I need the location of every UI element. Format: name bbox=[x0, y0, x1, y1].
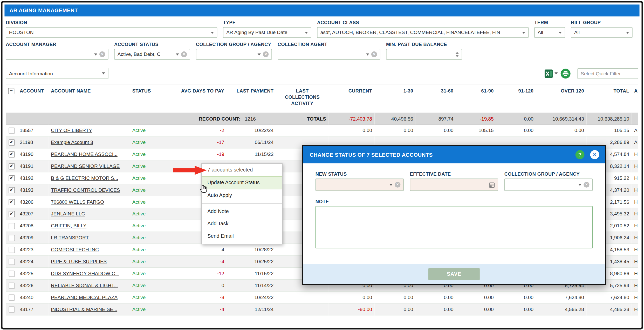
type-select[interactable]: AR Aging By Past Due Date bbox=[223, 27, 311, 38]
row-checkbox[interactable] bbox=[8, 235, 15, 241]
calendar-icon[interactable] bbox=[489, 182, 495, 188]
chevron-down-icon[interactable] bbox=[102, 72, 105, 75]
chevron-down-icon[interactable] bbox=[94, 53, 97, 55]
clear-icon[interactable] bbox=[395, 182, 400, 188]
row-checkbox[interactable] bbox=[8, 163, 15, 169]
account-name-link[interactable]: PEARLAND SENIOR VILLAGE bbox=[51, 163, 120, 169]
account-name-link[interactable]: PEARLAND HOME ASSOCI... bbox=[51, 151, 118, 157]
division-select[interactable]: HOUSTON bbox=[6, 27, 217, 38]
row-checkbox[interactable] bbox=[8, 175, 15, 181]
chevron-down-icon[interactable] bbox=[389, 184, 393, 186]
row-checkbox[interactable] bbox=[8, 306, 15, 313]
row-checkbox[interactable] bbox=[8, 187, 15, 193]
term-select[interactable]: All bbox=[534, 27, 565, 38]
account-name-link[interactable]: INDUSTRIAL & MARINE SE... bbox=[51, 306, 117, 312]
chevron-down-icon[interactable] bbox=[257, 53, 261, 55]
chevron-down-icon[interactable] bbox=[211, 31, 214, 34]
clipped-cell: H bbox=[632, 268, 638, 280]
chevron-down-icon[interactable] bbox=[559, 31, 562, 34]
row-checkbox[interactable] bbox=[8, 282, 15, 289]
account-name-link[interactable]: JENLAINE LLC bbox=[51, 211, 85, 217]
chevron-down-icon[interactable] bbox=[554, 72, 558, 75]
row-checkbox[interactable] bbox=[8, 223, 15, 229]
header-account-name[interactable]: ACCOUNT NAME bbox=[49, 84, 130, 113]
print-button[interactable] bbox=[560, 68, 571, 79]
row-checkbox[interactable] bbox=[8, 259, 15, 265]
row-checkbox[interactable] bbox=[8, 270, 15, 277]
total-1-30: 40,496.56 bbox=[375, 113, 416, 124]
header-91-120[interactable]: 91-120 bbox=[496, 84, 536, 113]
clear-icon[interactable] bbox=[181, 51, 187, 57]
chevron-down-icon[interactable] bbox=[522, 31, 525, 34]
row-checkbox[interactable] bbox=[8, 294, 15, 301]
menu-item-add-note[interactable]: Add Note bbox=[202, 205, 282, 217]
chevron-down-icon[interactable] bbox=[305, 31, 308, 34]
account-name-link[interactable]: 706800 WELLS FARGO bbox=[51, 199, 104, 205]
table-row[interactable]: 43177 INDUSTRIAL & MARINE SE... Active -… bbox=[6, 303, 638, 315]
account-name-link[interactable]: Example Account 3 bbox=[51, 140, 93, 145]
account-class-select[interactable]: asdf, AUTOCH, BROKER, CLASSTEST, COMMERC… bbox=[317, 27, 529, 38]
row-checkbox[interactable] bbox=[8, 139, 15, 146]
effective-date-input[interactable] bbox=[410, 179, 498, 191]
row-checkbox[interactable] bbox=[8, 151, 15, 157]
account-name-link[interactable]: GRIFFIN, BILLY bbox=[51, 223, 86, 229]
new-status-select[interactable] bbox=[316, 179, 404, 191]
chevron-down-icon[interactable] bbox=[626, 31, 629, 34]
clear-icon[interactable] bbox=[584, 182, 589, 188]
quick-filter-input[interactable] bbox=[578, 68, 638, 79]
collection-group-select[interactable] bbox=[196, 49, 272, 60]
number-stepper-icon[interactable] bbox=[455, 52, 459, 57]
select-all-checkbox[interactable] bbox=[8, 88, 15, 94]
account-name-link[interactable]: CITY OF LIBERTY bbox=[51, 128, 92, 133]
help-icon[interactable]: ? bbox=[576, 150, 585, 159]
save-button[interactable]: SAVE bbox=[428, 268, 480, 280]
export-excel-button[interactable] bbox=[544, 69, 558, 78]
close-icon[interactable]: × bbox=[590, 150, 599, 159]
view-selector[interactable]: Account Information bbox=[6, 68, 108, 79]
account-name-link[interactable]: RELIABLE SIGNAL & LIGHT... bbox=[51, 282, 118, 288]
account-name-link[interactable]: DDS SYNERGY SHADOW C... bbox=[51, 271, 119, 276]
account-name-link[interactable]: B & G ELECTRIC MOTOR S... bbox=[51, 175, 118, 181]
account-name-link[interactable]: COMPOSI TECH INC bbox=[51, 247, 99, 253]
header-1-30[interactable]: 1-30 bbox=[375, 84, 416, 113]
header-over-120[interactable]: OVER 120 bbox=[536, 84, 587, 113]
note-textarea[interactable] bbox=[316, 206, 593, 248]
account-name-link[interactable]: LR TRANSPORT bbox=[51, 235, 89, 241]
row-checkbox[interactable] bbox=[8, 127, 15, 134]
menu-item-update-account-status[interactable]: Update Account Status bbox=[202, 176, 282, 189]
header-last-payment[interactable]: LAST PAYMENT bbox=[227, 84, 276, 113]
status-cell: Active bbox=[130, 160, 162, 172]
header-status[interactable]: STATUS bbox=[130, 84, 162, 113]
clear-icon[interactable] bbox=[371, 51, 377, 57]
header-current[interactable]: CURRENT bbox=[328, 84, 374, 113]
header-avg-days[interactable]: AVG DAYS TO PAY bbox=[162, 84, 227, 113]
header-total[interactable]: TOTAL bbox=[586, 84, 632, 113]
account-name-link[interactable]: PIPE & TUBE SUPPLIES bbox=[51, 259, 107, 265]
table-row[interactable]: 43240 PEARLAND MEDICAL PLAZA Active -8 1… bbox=[6, 291, 638, 303]
chevron-down-icon[interactable] bbox=[366, 53, 369, 55]
menu-item-auto-apply[interactable]: Auto Apply bbox=[202, 189, 282, 201]
collection-agent-select[interactable] bbox=[278, 49, 380, 60]
account-status-select[interactable]: Active, Bad Debt, C bbox=[114, 49, 190, 60]
account-manager-select[interactable] bbox=[6, 49, 108, 60]
chevron-down-icon[interactable] bbox=[578, 184, 582, 186]
header-account[interactable]: ACCOUNT bbox=[17, 84, 48, 113]
modal-collection-group-select[interactable] bbox=[504, 179, 593, 191]
table-row[interactable]: 18557 CITY OF LIBERTY Active -2 10/22/24… bbox=[6, 124, 638, 136]
min-past-due-input[interactable] bbox=[386, 49, 462, 60]
header-61-90[interactable]: 61-90 bbox=[456, 84, 496, 113]
row-checkbox[interactable] bbox=[8, 211, 15, 217]
header-last-collections[interactable]: LAST COLLECTIONS ACTIVITY bbox=[276, 84, 329, 113]
bill-group-select[interactable]: All bbox=[571, 27, 632, 38]
clear-icon[interactable] bbox=[99, 51, 105, 57]
account-name-link[interactable]: PEARLAND MEDICAL PLAZA bbox=[51, 294, 118, 300]
row-checkbox[interactable] bbox=[8, 247, 15, 253]
account-name-link[interactable]: TRAFFIC CONTROL DEVICES bbox=[51, 187, 120, 193]
clear-icon[interactable] bbox=[263, 51, 269, 57]
menu-item-send-email[interactable]: Send Email bbox=[202, 230, 282, 242]
header-clipped[interactable]: A bbox=[632, 84, 638, 113]
header-31-60[interactable]: 31-60 bbox=[416, 84, 456, 113]
menu-item-add-task[interactable]: Add Task bbox=[202, 217, 282, 230]
chevron-down-icon[interactable] bbox=[176, 53, 179, 55]
row-checkbox[interactable] bbox=[8, 199, 15, 205]
